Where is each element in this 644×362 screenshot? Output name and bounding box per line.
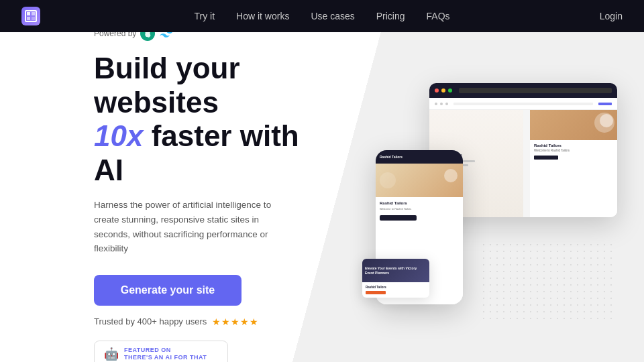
rashid-name: Rashid Tailors xyxy=(534,143,613,147)
event-card: Elevate Your Events with Victory Event P… xyxy=(362,259,429,298)
rashid-card-image xyxy=(530,110,617,140)
site-right-col: Rashid Tailors Welcome to Rashid Tailors xyxy=(523,110,617,217)
openai-icon xyxy=(140,32,155,41)
browser-dot-red xyxy=(435,88,439,93)
event-card-image: Elevate Your Events with Victory Event P… xyxy=(362,259,429,282)
generate-site-button[interactable]: Generate your site xyxy=(94,275,241,306)
tailwind-icon xyxy=(159,32,174,38)
rashid-card: Rashid Tailors Welcome to Rashid Tailors xyxy=(530,110,617,217)
nav-try-it[interactable]: Try it xyxy=(194,11,215,21)
phone-hero-image xyxy=(376,164,463,197)
rashid-desc: Welcome to Rashid Tailors xyxy=(534,149,613,153)
phone-header-text: Rashid Tailors xyxy=(380,155,402,159)
event-card-cta xyxy=(366,291,386,294)
nav-pricing[interactable]: Pricing xyxy=(376,11,405,21)
phone-description: Welcome to Rashid Tailors xyxy=(380,207,459,211)
logo-icon xyxy=(21,7,40,25)
featured-badge: 🤖 FEATURED ON THERE'S AN AI FOR THAT xyxy=(94,341,228,362)
event-card-sub: Rashid Tailors xyxy=(366,286,426,289)
site-header-preview xyxy=(429,98,617,110)
nav-how-it-works[interactable]: How it works xyxy=(236,11,289,21)
rashid-card-info: Rashid Tailors Welcome to Rashid Tailors xyxy=(530,140,617,163)
logo[interactable] xyxy=(21,7,40,25)
hero-title: Build your websites 10x faster with AI xyxy=(94,52,317,187)
star-rating: ★★★★★ xyxy=(212,316,259,327)
hero-right: Elevate Your Events with Victory Event P… xyxy=(335,32,644,362)
powered-by: Powered by xyxy=(94,32,317,41)
hero-description: Harness the power of artificial intellig… xyxy=(94,198,288,255)
svg-rect-3 xyxy=(32,17,35,20)
phone-cta-button xyxy=(380,215,417,221)
browser-dot-green xyxy=(448,88,452,93)
hero-accent: 10x xyxy=(94,119,143,152)
phone-title: Rashid Tailors xyxy=(380,201,459,205)
trusted-section: Trusted by 400+ happy users ★★★★★ xyxy=(94,316,317,327)
svg-rect-5 xyxy=(483,244,617,324)
event-card-title: Elevate Your Events with Victory Event P… xyxy=(365,266,427,275)
badge-text: FEATURED ON THERE'S AN AI FOR THAT xyxy=(124,347,207,362)
dot-grid xyxy=(483,244,617,324)
powered-by-text: Powered by xyxy=(94,32,136,38)
nav-faqs[interactable]: FAQs xyxy=(427,11,450,21)
nav-use-cases[interactable]: Use cases xyxy=(311,11,354,21)
rashid-cta xyxy=(534,156,558,160)
main-content: Powered by Build your websites 10x faste… xyxy=(0,32,644,362)
badge-icon: 🤖 xyxy=(104,347,119,361)
login-button[interactable]: Login xyxy=(600,11,623,21)
mockup-container: Elevate Your Events with Victory Event P… xyxy=(362,70,617,324)
event-card-body: Rashid Tailors xyxy=(362,282,429,298)
nav-links: Try it How it works Use cases Pricing FA… xyxy=(194,11,449,21)
browser-bar xyxy=(429,83,617,98)
browser-dot-yellow xyxy=(441,88,445,93)
svg-rect-1 xyxy=(32,12,35,15)
hero-left: Powered by Build your websites 10x faste… xyxy=(0,32,349,362)
phone-header: Rashid Tailors xyxy=(376,150,463,164)
trusted-text: Trusted by 400+ happy users xyxy=(94,316,207,326)
svg-rect-2 xyxy=(27,17,30,20)
svg-rect-0 xyxy=(27,12,30,15)
navbar: Try it How it works Use cases Pricing FA… xyxy=(0,0,644,32)
